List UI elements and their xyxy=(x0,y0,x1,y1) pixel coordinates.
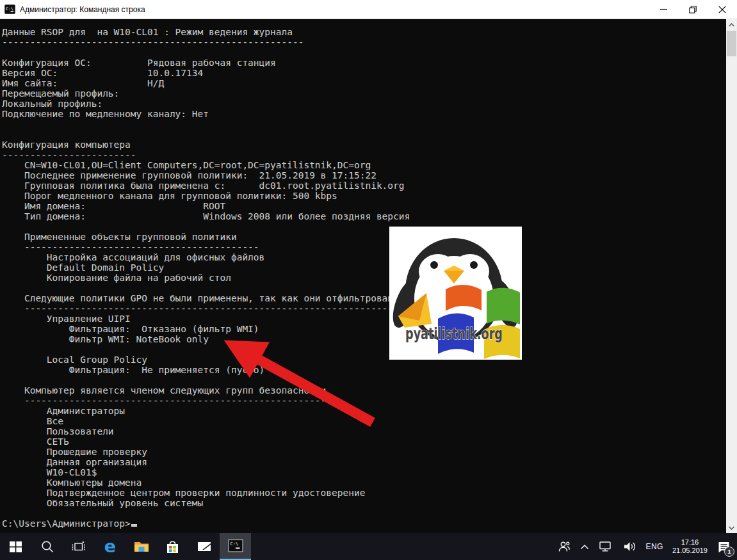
rsop-output-text: Данные RSOP для на W10-CL01 : Режим веде… xyxy=(2,27,416,508)
search-button[interactable] xyxy=(31,533,63,560)
volume-icon xyxy=(622,540,636,553)
system-tray: ENG 17:16 21.05.2019 1 xyxy=(554,533,737,560)
watermark-text: pyatilistnik.org xyxy=(405,325,503,343)
chevron-up-icon xyxy=(580,544,589,550)
svg-text:C:\: C:\ xyxy=(230,541,238,547)
action-center-button[interactable]: 1 xyxy=(713,533,734,560)
close-button[interactable] xyxy=(708,0,737,19)
clock[interactable]: 17:16 21.05.2019 xyxy=(669,533,711,560)
prompt-path: C:\Users\Администратор> xyxy=(2,518,131,529)
tray-overflow-button[interactable] xyxy=(577,533,592,560)
clock-date: 21.05.2019 xyxy=(672,547,708,555)
mail-icon xyxy=(196,538,213,555)
minimize-button[interactable] xyxy=(649,0,678,19)
edge-icon: e xyxy=(101,538,119,556)
console-scrollbar[interactable] xyxy=(726,19,737,533)
scroll-up-arrow-icon[interactable] xyxy=(726,19,737,30)
cmd-taskbar-icon: C:\ xyxy=(227,538,244,554)
console-area[interactable]: Данные RSOP для на W10-CL01 : Режим веде… xyxy=(0,19,726,533)
window-controls xyxy=(649,0,737,19)
clock-time: 17:16 xyxy=(672,538,708,547)
console-output: Данные RSOP для на W10-CL01 : Режим веде… xyxy=(0,19,726,529)
language-label: ENG xyxy=(645,542,663,551)
edge-button[interactable]: e xyxy=(94,533,126,560)
mail-button[interactable] xyxy=(188,533,220,560)
cmd-window-titlebar: C:\ Администратор: Командная строка xyxy=(0,0,737,19)
svg-text:C:\: C:\ xyxy=(6,6,13,12)
desktop-screen: C:\ Администратор: Командная строка Данн… xyxy=(0,0,737,560)
command-prompt-line: C:\Users\Администратор> xyxy=(2,518,137,529)
file-explorer-icon xyxy=(133,538,150,555)
network-button[interactable] xyxy=(595,533,617,560)
pyatilistnik-watermark: pyatilistnik.org xyxy=(389,227,522,360)
task-view-button[interactable] xyxy=(63,533,94,560)
svg-text:e: e xyxy=(104,538,115,556)
people-icon xyxy=(557,540,571,554)
text-cursor xyxy=(131,524,137,527)
window-title: Администратор: Командная строка xyxy=(20,5,145,14)
scrollbar-thumb[interactable] xyxy=(727,31,736,56)
cmd-icon: C:\ xyxy=(4,4,15,15)
volume-button[interactable] xyxy=(619,533,640,560)
task-view-icon xyxy=(71,539,86,554)
notification-badge: 1 xyxy=(724,547,734,557)
search-icon xyxy=(40,540,54,554)
store-button[interactable] xyxy=(157,533,188,560)
command-prompt-taskbar-button[interactable]: C:\ xyxy=(220,533,251,560)
store-icon xyxy=(165,539,181,555)
people-button[interactable] xyxy=(554,533,574,560)
scroll-down-arrow-icon[interactable] xyxy=(726,522,737,533)
taskbar: e xyxy=(0,533,737,560)
network-icon xyxy=(598,540,613,553)
restore-button[interactable] xyxy=(678,0,708,19)
start-button[interactable] xyxy=(0,533,31,560)
file-explorer-button[interactable] xyxy=(126,533,157,560)
language-indicator[interactable]: ENG xyxy=(642,533,667,560)
windows-logo-icon xyxy=(9,540,22,554)
